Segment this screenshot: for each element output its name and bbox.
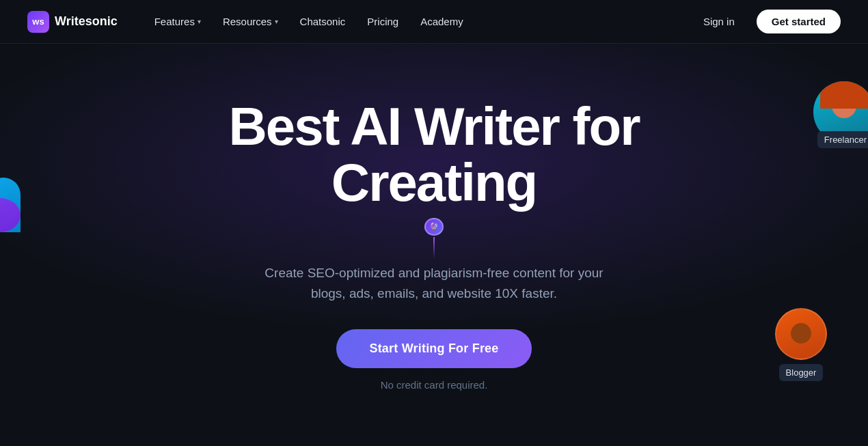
nav-item-features[interactable]: Features ▾ (145, 10, 211, 33)
nav-label-chatsonic: Chatsonic (300, 16, 346, 27)
freelancer-label: Freelancer (817, 131, 868, 148)
avatar-person-blogger (775, 308, 827, 360)
nav-right: Sign in Get started (690, 10, 841, 33)
logo-area[interactable]: ws Writesonic (27, 11, 118, 33)
cursor-dot: 🔮 (424, 218, 444, 236)
start-writing-button[interactable]: Start Writing For Free (336, 329, 531, 368)
nav-item-chatsonic[interactable]: Chatsonic (290, 10, 355, 33)
hero-section: Freelancer Blogger Best AI Writer for Cr… (0, 44, 868, 446)
sign-in-button[interactable]: Sign in (690, 10, 748, 33)
cursor-line (433, 237, 435, 259)
avatar-left (0, 178, 21, 232)
hero-cursor-area: 🔮 (424, 218, 444, 259)
avatar-blogger-area: Blogger (775, 308, 827, 381)
blogger-label: Blogger (779, 364, 824, 381)
no-credit-text: No credit card required. (381, 379, 488, 391)
brand-name: Writesonic (55, 14, 118, 29)
logo-icon: ws (27, 11, 49, 33)
get-started-button[interactable]: Get started (757, 10, 841, 33)
nav-label-features: Features (154, 16, 195, 27)
nav-item-pricing[interactable]: Pricing (357, 10, 408, 33)
nav-label-resources: Resources (223, 16, 272, 27)
nav-item-resources[interactable]: Resources ▾ (213, 10, 288, 33)
nav-links: Features ▾ Resources ▾ Chatsonic Pricing… (145, 10, 690, 33)
hero-title: Best AI Writer for Creating (126, 99, 742, 211)
nav-label-academy: Academy (420, 16, 463, 27)
nav-label-pricing: Pricing (367, 16, 398, 27)
avatar-freelancer: Freelancer (813, 81, 868, 143)
cursor-emoji: 🔮 (429, 222, 439, 231)
navbar: ws Writesonic Features ▾ Resources ▾ Cha… (0, 0, 868, 44)
chevron-down-icon: ▾ (275, 18, 278, 25)
chevron-down-icon: ▾ (198, 18, 201, 25)
hero-subtitle: Create SEO-optimized and plagiarism-free… (249, 263, 619, 305)
nav-item-academy[interactable]: Academy (411, 10, 473, 33)
